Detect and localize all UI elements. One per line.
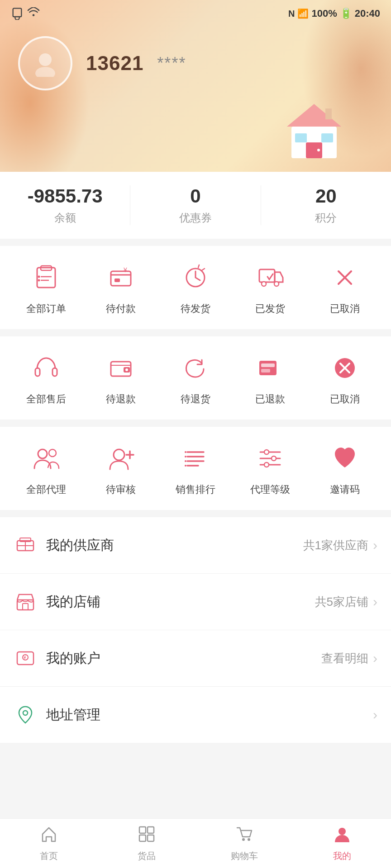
svg-point-55 bbox=[272, 456, 276, 461]
account-icon: ¥ bbox=[14, 646, 37, 670]
supplier-icon bbox=[14, 533, 37, 557]
sliders-icon bbox=[257, 445, 284, 472]
cancel-circle-icon bbox=[331, 354, 358, 382]
notification-icon bbox=[11, 7, 24, 20]
my-shop-item[interactable]: 我的店铺 共5家店铺 › bbox=[0, 574, 391, 630]
address-right: › bbox=[373, 707, 377, 722]
stat-balance-value: -9855.73 bbox=[28, 185, 103, 207]
svg-point-49 bbox=[185, 460, 186, 462]
status-bar: N 📶 100% 🔋 20:40 bbox=[0, 0, 391, 27]
cancelled-btn[interactable]: 已取消 bbox=[307, 259, 382, 316]
my-supplier-item[interactable]: 我的供应商 共1家供应商 › bbox=[0, 517, 391, 574]
svg-point-73 bbox=[339, 828, 346, 835]
aftersale-cancel-btn[interactable]: 已取消 bbox=[307, 350, 382, 406]
agent-section: 全部代理 待审核 bbox=[0, 427, 391, 510]
pending-refund-label: 待退款 bbox=[106, 392, 136, 406]
svg-rect-10 bbox=[325, 108, 332, 119]
goods-tab-icon bbox=[138, 825, 156, 847]
address-title: 地址管理 bbox=[46, 706, 373, 724]
shipped-btn[interactable]: 已发货 bbox=[233, 259, 307, 316]
svg-text:¥: ¥ bbox=[123, 266, 127, 274]
agent-level-btn[interactable]: 代理等级 bbox=[233, 440, 307, 496]
refunded-btn[interactable]: 已退款 bbox=[233, 350, 307, 406]
cancelled-label: 已取消 bbox=[330, 302, 360, 316]
avatar[interactable] bbox=[18, 36, 72, 90]
svg-point-40 bbox=[114, 449, 124, 460]
all-aftersale-btn[interactable]: 全部售后 bbox=[9, 350, 84, 406]
svg-rect-28 bbox=[52, 368, 57, 376]
order-section: 全部订单 ¥ 待付款 待发货 bbox=[0, 246, 391, 329]
stat-coupon-label: 优惠券 bbox=[179, 211, 212, 225]
svg-rect-69 bbox=[139, 835, 146, 841]
order-icon bbox=[33, 264, 60, 291]
all-orders-btn[interactable]: 全部订单 bbox=[9, 259, 84, 316]
stat-points[interactable]: 20 积分 bbox=[261, 185, 391, 225]
svg-text:¥: ¥ bbox=[23, 655, 26, 660]
avatar-placeholder-icon bbox=[32, 50, 59, 77]
chevron-icon: › bbox=[373, 538, 377, 553]
svg-point-7 bbox=[317, 149, 320, 151]
sales-rank-label: 销售排行 bbox=[176, 483, 215, 496]
svg-point-47 bbox=[185, 451, 186, 453]
svg-rect-33 bbox=[261, 363, 275, 367]
my-supplier-right: 共1家供应商 › bbox=[303, 538, 377, 553]
my-supplier-count: 共1家供应商 bbox=[303, 538, 368, 553]
svg-marker-5 bbox=[287, 104, 341, 127]
pending-pay-btn[interactable]: ¥ 待付款 bbox=[84, 259, 158, 316]
svg-point-24 bbox=[274, 282, 279, 286]
tab-goods[interactable]: 货品 bbox=[98, 825, 196, 862]
pending-ship-btn[interactable]: 待发货 bbox=[158, 259, 233, 316]
add-person-icon bbox=[107, 445, 134, 472]
aftersale-icon-grid: 全部售后 待退款 待退货 bbox=[9, 350, 382, 406]
list-icon bbox=[182, 445, 209, 472]
pending-return-btn[interactable]: 待退货 bbox=[158, 350, 233, 406]
sales-rank-btn[interactable]: 销售排行 bbox=[158, 440, 233, 496]
tab-goods-label: 货品 bbox=[138, 850, 156, 862]
svg-point-50 bbox=[185, 465, 186, 467]
pending-refund-btn[interactable]: 待退款 bbox=[84, 350, 158, 406]
svg-rect-34 bbox=[261, 369, 270, 373]
all-agents-btn[interactable]: 全部代理 bbox=[9, 440, 84, 496]
user-name: 13621 bbox=[86, 52, 143, 75]
cancel-icon bbox=[331, 264, 358, 291]
my-account-title: 我的账户 bbox=[46, 649, 321, 668]
shipped-icon bbox=[257, 264, 284, 291]
invite-code-label: 邀请码 bbox=[330, 483, 360, 496]
svg-rect-19 bbox=[114, 278, 120, 282]
svg-rect-8 bbox=[295, 133, 307, 142]
order-icon-grid: 全部订单 ¥ 待付款 待发货 bbox=[9, 259, 382, 316]
stat-balance[interactable]: -9855.73 余额 bbox=[0, 185, 130, 225]
svg-point-16 bbox=[38, 279, 40, 282]
my-shop-right: 共5家店铺 › bbox=[315, 594, 377, 610]
home-tab-icon bbox=[40, 825, 58, 847]
svg-point-66 bbox=[23, 711, 28, 715]
my-shop-title: 我的店铺 bbox=[46, 593, 315, 611]
user-info: 13621 **** bbox=[18, 36, 186, 90]
svg-point-1 bbox=[33, 14, 35, 16]
agent-level-label: 代理等级 bbox=[250, 483, 290, 496]
stat-coupon[interactable]: 0 优惠券 bbox=[130, 185, 261, 225]
my-account-item[interactable]: ¥ 我的账户 查看明细 › bbox=[0, 630, 391, 687]
stat-coupon-value: 0 bbox=[190, 185, 200, 207]
pending-review-btn[interactable]: 待审核 bbox=[84, 440, 158, 496]
svg-rect-68 bbox=[148, 827, 154, 833]
pending-return-label: 待退货 bbox=[181, 392, 210, 406]
my-account-right: 查看明细 › bbox=[321, 651, 377, 666]
time-display: 20:40 bbox=[355, 8, 380, 19]
aftersale-section: 全部售后 待退款 待退货 bbox=[0, 336, 391, 420]
all-agents-label: 全部代理 bbox=[26, 483, 66, 496]
address-mgmt-item[interactable]: 地址管理 › bbox=[0, 687, 391, 743]
wifi-icon bbox=[27, 7, 40, 20]
battery-icon: 🔋 bbox=[340, 8, 352, 19]
svg-rect-32 bbox=[259, 361, 277, 375]
svg-rect-70 bbox=[148, 835, 154, 841]
tab-cart[interactable]: 购物车 bbox=[196, 825, 293, 862]
tab-home[interactable]: 首页 bbox=[0, 825, 98, 862]
my-supplier-title: 我的供应商 bbox=[46, 536, 303, 555]
invite-code-btn[interactable]: 邀请码 bbox=[307, 440, 382, 496]
svg-point-72 bbox=[248, 838, 250, 841]
svg-point-38 bbox=[38, 449, 47, 458]
tab-mine[interactable]: 我的 bbox=[293, 825, 391, 862]
svg-point-71 bbox=[242, 838, 245, 841]
stat-points-value: 20 bbox=[315, 185, 337, 207]
